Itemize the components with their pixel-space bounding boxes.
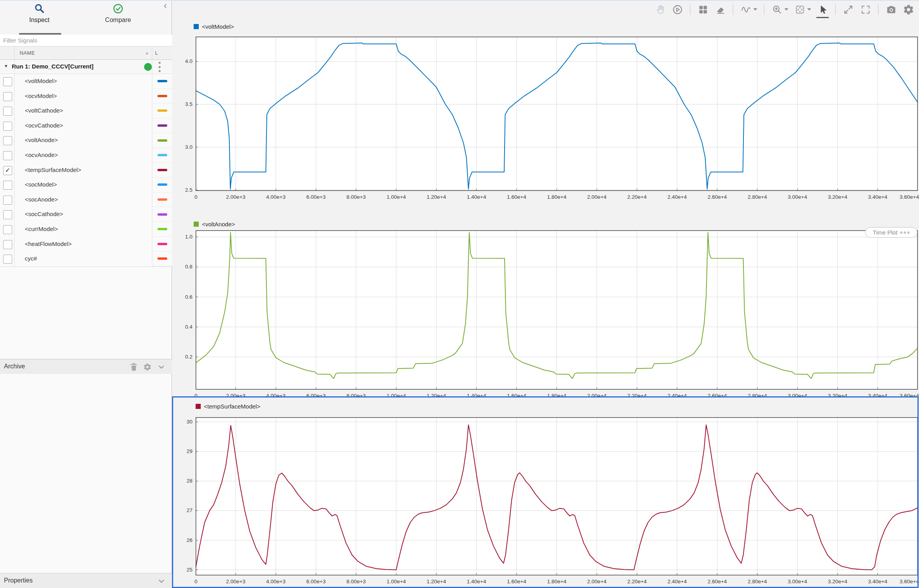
archive-settings-gear-icon[interactable] — [143, 363, 152, 371]
run-row[interactable]: ▾ Run 1: Demo_CCCV[Current] — [0, 60, 172, 74]
x-tick-label: 2.60e+4 — [708, 194, 727, 200]
trash-icon[interactable] — [129, 362, 139, 372]
tab-inspect-label: Inspect — [29, 17, 50, 24]
x-tick-label: 2.00e+3 — [226, 579, 245, 584]
time-plot-badge[interactable]: Time Plot — [865, 227, 917, 238]
signal-row[interactable]: <heatFlowModel> — [0, 237, 172, 252]
clear-subplots-eraser-icon[interactable] — [713, 2, 728, 17]
plot-voltmodel-canvas[interactable] — [196, 37, 918, 191]
x-tick-label: 1.60e+4 — [507, 393, 526, 399]
tab-compare[interactable]: Compare — [79, 0, 157, 35]
x-tick-label: 3.60e+4 — [900, 393, 919, 399]
signal-row[interactable]: ✓<tempSurfaceModel> — [0, 163, 172, 178]
zoom-dropdown-caret[interactable] — [784, 8, 788, 11]
signal-name: <ocvAnode> — [25, 152, 58, 158]
x-tick-label: 2.80e+4 — [748, 393, 767, 399]
signal-checkbox[interactable] — [3, 122, 12, 131]
x-tick-label: 1.00e+4 — [386, 579, 406, 584]
signal-row[interactable]: <voltCathode> — [0, 104, 172, 118]
legend-label: <voltAnode> — [202, 221, 235, 227]
filter-signals-input[interactable] — [0, 35, 172, 46]
signal-line-swatch[interactable] — [157, 243, 167, 245]
x-tick-label: 2.40e+4 — [668, 393, 687, 399]
y-tick-label: 29 — [174, 448, 192, 454]
tab-inspect[interactable]: Inspect — [0, 0, 79, 35]
settings-gear-icon[interactable] — [901, 2, 916, 17]
signal-row[interactable]: <socAnode> — [0, 192, 172, 207]
select-cursor-icon[interactable] — [815, 2, 830, 17]
signal-checkbox[interactable] — [3, 92, 12, 101]
signal-checkbox[interactable] — [3, 151, 12, 160]
plot-tempsurfacemodel-canvas[interactable] — [196, 417, 918, 575]
signal-checkbox[interactable] — [3, 77, 12, 86]
toolbar-divider — [690, 4, 690, 15]
signal-row[interactable]: <ocvAnode> — [0, 148, 172, 163]
signal-line-swatch[interactable] — [157, 169, 167, 171]
signal-row[interactable]: <voltModel> — [0, 74, 172, 89]
expand-arrows-icon[interactable] — [841, 2, 856, 17]
signal-line-swatch[interactable] — [157, 139, 167, 142]
x-tick-label: 2.40e+4 — [668, 194, 687, 200]
x-tick-label: 2.20e+4 — [627, 393, 647, 399]
signal-line-swatch[interactable] — [157, 198, 167, 201]
time-plot-badge-menu-dots[interactable] — [900, 231, 910, 234]
x-tick-label: 1.20e+4 — [427, 579, 446, 584]
archive-bar[interactable]: Archive — [0, 359, 172, 374]
signal-row[interactable]: <ocvModel> — [0, 89, 172, 104]
signal-checkbox[interactable] — [3, 210, 12, 219]
signal-checkbox[interactable] — [3, 240, 12, 249]
x-tick-label: 3.40e+4 — [868, 579, 887, 584]
line-column-header[interactable]: L — [155, 50, 158, 56]
pan-hand-icon[interactable] — [653, 2, 668, 17]
replay-icon[interactable] — [670, 2, 685, 17]
zoom-in-icon[interactable] — [769, 2, 790, 17]
signal-checkbox[interactable] — [3, 196, 12, 205]
signal-row[interactable]: <socCathode> — [0, 207, 172, 222]
signal-checkbox[interactable]: ✓ — [3, 166, 12, 175]
x-tick-label: 6.00e+3 — [306, 579, 325, 584]
signal-checkbox[interactable] — [3, 225, 12, 234]
run-expand-caret-icon[interactable]: ▾ — [5, 63, 7, 69]
y-tick-label: 0.4 — [174, 324, 192, 330]
subplot-layout-icon[interactable] — [695, 2, 710, 17]
archive-label: Archive — [4, 363, 25, 370]
signal-line-swatch[interactable] — [157, 228, 167, 230]
x-tick-label: 4.00e+3 — [266, 393, 285, 399]
inspect-magnifier-icon — [34, 3, 45, 14]
signal-line-swatch[interactable] — [157, 95, 167, 97]
name-column-header[interactable]: NAME — [20, 50, 35, 56]
signal-trace-icon[interactable] — [738, 2, 759, 17]
sort-ascending-icon[interactable]: ▲ — [145, 50, 149, 55]
signal-checkbox[interactable] — [3, 107, 12, 116]
signal-row[interactable]: <socModel> — [0, 178, 172, 192]
signal-line-swatch[interactable] — [157, 124, 167, 127]
signal-row[interactable]: <currModel> — [0, 222, 172, 237]
signal-checkbox[interactable] — [3, 181, 12, 190]
signal-line-swatch[interactable] — [157, 80, 167, 82]
collapse-panel-icon[interactable]: ‹ — [164, 1, 167, 10]
signal-checkbox[interactable] — [3, 255, 12, 264]
signal-line-swatch[interactable] — [157, 109, 167, 112]
signal-line-cell — [152, 222, 172, 237]
signal-line-swatch[interactable] — [157, 154, 167, 156]
signal-trace-dropdown-caret[interactable] — [753, 8, 757, 11]
properties-chevron-down-icon[interactable] — [157, 576, 166, 586]
signal-row[interactable]: <ocvCathode> — [0, 118, 172, 133]
signal-row[interactable]: <voltAnode> — [0, 133, 172, 148]
fit-dropdown-caret[interactable] — [807, 8, 811, 11]
plot-voltanode-canvas[interactable] — [196, 230, 918, 390]
signal-checkbox[interactable] — [3, 136, 12, 145]
archive-chevron-down-icon[interactable] — [157, 362, 166, 372]
fullscreen-brackets-icon[interactable] — [858, 2, 873, 17]
signal-line-swatch[interactable] — [157, 257, 167, 260]
fit-to-view-icon[interactable] — [792, 2, 813, 17]
run-menu-icon[interactable] — [157, 62, 162, 72]
properties-bar[interactable]: Properties — [0, 573, 172, 588]
signal-row[interactable]: cyc# — [0, 251, 172, 266]
snapshot-camera-icon[interactable] — [884, 2, 899, 17]
signal-line-swatch[interactable] — [157, 213, 167, 216]
signal-line-swatch[interactable] — [157, 183, 167, 186]
x-tick-label: 6.00e+3 — [306, 194, 325, 200]
toolbar-divider — [764, 4, 764, 15]
x-tick-label: 3.00e+4 — [788, 393, 807, 399]
